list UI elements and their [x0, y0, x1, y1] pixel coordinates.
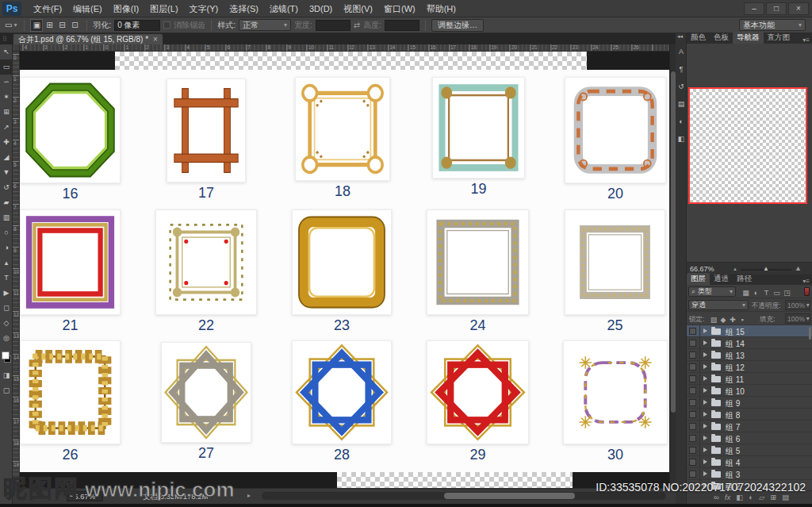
eraser-tool-icon[interactable]: ▰ — [0, 195, 13, 210]
type-tool-icon[interactable]: T — [0, 271, 13, 286]
brush-tool-icon[interactable]: ◢ — [0, 150, 13, 165]
layer-row[interactable]: 组 6 — [687, 432, 812, 444]
magic-wand-tool-icon[interactable]: ✶ — [0, 90, 13, 105]
swap-dimensions-icon[interactable]: ⇄ — [354, 21, 360, 29]
frame-card[interactable] — [565, 209, 665, 315]
menu-item-2[interactable]: 图像(I) — [108, 0, 144, 17]
minimize-button[interactable]: – — [744, 2, 764, 15]
workspace-switcher[interactable]: 基本功能 ▾ — [739, 19, 806, 31]
frame-card[interactable] — [563, 340, 668, 444]
subtract-selection-icon[interactable]: ⊟ — [56, 19, 68, 32]
frame-card[interactable] — [427, 340, 529, 444]
filter-smart-objects-icon[interactable]: ◳ — [782, 289, 792, 297]
frame-card[interactable] — [167, 79, 246, 182]
dodge-tool-icon[interactable]: ◑ — [0, 240, 13, 255]
layer-tab-0[interactable]: 图层 — [687, 273, 710, 285]
layer-row[interactable]: 组 11 — [687, 373, 812, 385]
filter-adjustment-layers-icon[interactable]: ◐ — [751, 289, 761, 297]
screen-mode-icon[interactable]: ▢ — [0, 383, 13, 398]
frame-card[interactable] — [295, 77, 390, 181]
expand-group-icon[interactable] — [703, 447, 707, 452]
visibility-toggle[interactable] — [689, 340, 696, 347]
new-selection-icon[interactable]: ▣ — [30, 19, 43, 32]
navigator-zoom-field[interactable]: 66.67% — [690, 265, 714, 273]
history-panel-icon[interactable]: ↺ — [676, 78, 687, 95]
visibility-toggle[interactable] — [689, 351, 696, 359]
expand-group-icon[interactable] — [703, 412, 707, 417]
foreground-background-swatches[interactable] — [0, 349, 13, 365]
visibility-toggle[interactable] — [689, 447, 696, 454]
move-tool-icon[interactable]: ↖ — [0, 44, 13, 60]
width-input[interactable] — [316, 20, 350, 31]
scrollbar-thumb[interactable] — [444, 493, 575, 499]
healing-brush-tool-icon[interactable]: ✚ — [0, 135, 13, 150]
visibility-toggle[interactable] — [689, 411, 696, 418]
paragraph-panel-icon[interactable]: ¶ — [676, 60, 687, 78]
layer-row[interactable]: 组 15 — [687, 325, 812, 337]
lasso-tool-icon[interactable]: ∽ — [0, 75, 13, 90]
menu-item-4[interactable]: 文字(Y) — [184, 0, 224, 17]
opacity-field[interactable]: 100% ▾ — [785, 300, 810, 310]
shape-tool-icon[interactable]: ◻ — [0, 301, 13, 316]
close-button[interactable]: × — [788, 2, 809, 15]
expand-group-icon[interactable] — [703, 471, 707, 476]
zoom-tool-icon[interactable]: ◎ — [0, 331, 13, 346]
crop-tool-icon[interactable]: ⊞ — [0, 105, 13, 120]
visibility-toggle[interactable] — [689, 459, 696, 466]
history-brush-tool-icon[interactable]: ↺ — [0, 180, 13, 195]
maximize-button[interactable]: □ — [766, 2, 787, 15]
add-selection-icon[interactable]: ⊞ — [43, 19, 56, 32]
height-input[interactable] — [385, 20, 419, 31]
expand-group-icon[interactable] — [703, 376, 707, 381]
menu-item-8[interactable]: 视图(V) — [338, 0, 378, 17]
close-tab-icon[interactable]: × — [153, 35, 158, 44]
filter-pixel-layers-icon[interactable]: ▦ — [741, 289, 751, 297]
layer-row[interactable]: 组 3 — [687, 468, 812, 480]
frame-card[interactable] — [20, 77, 121, 183]
pen-tool-icon[interactable]: ▴ — [0, 255, 13, 271]
zoom-out-icon[interactable]: ▲ — [733, 267, 737, 271]
panel-menu-icon[interactable]: ▾≡ — [802, 278, 812, 285]
expand-group-icon[interactable] — [703, 388, 707, 393]
menu-item-3[interactable]: 图层(L) — [144, 0, 183, 17]
blur-tool-icon[interactable]: ○ — [0, 225, 13, 240]
eyedropper-tool-icon[interactable]: ↗ — [0, 120, 13, 135]
path-selection-tool-icon[interactable]: ▶ — [0, 286, 13, 301]
collapse-dock-icon[interactable]: ◂◂ — [677, 33, 683, 40]
adjustments-panel-icon[interactable]: ◐ — [676, 113, 687, 130]
expand-group-icon[interactable] — [703, 328, 707, 333]
frame-card[interactable] — [292, 340, 392, 444]
style-dropdown[interactable]: 正常 ▾ — [239, 19, 291, 31]
expand-group-icon[interactable] — [703, 424, 707, 428]
layer-row[interactable]: 组 14 — [687, 337, 812, 349]
menu-item-5[interactable]: 选择(S) — [224, 0, 264, 17]
clone-stamp-tool-icon[interactable]: ▼ — [0, 165, 13, 180]
properties-panel-icon[interactable]: ▤ — [676, 95, 687, 113]
layer-row[interactable]: 组 12 — [687, 361, 812, 373]
expand-group-icon[interactable] — [703, 400, 707, 405]
layer-row[interactable]: 组 9 — [687, 397, 812, 409]
visibility-toggle[interactable] — [689, 399, 696, 406]
status-popup-icon[interactable]: ▸ — [247, 492, 251, 499]
frame-card[interactable] — [161, 342, 251, 443]
menu-item-9[interactable]: 窗口(W) — [378, 0, 421, 17]
masks-panel-icon[interactable]: ◧ — [676, 130, 687, 148]
blend-mode-dropdown[interactable]: 穿透 ▾ — [688, 300, 749, 310]
vertical-scrollbar[interactable] — [669, 44, 676, 488]
antialias-checkbox[interactable] — [163, 21, 170, 29]
frame-card[interactable] — [20, 209, 121, 315]
visibility-toggle[interactable] — [689, 363, 696, 371]
visibility-toggle[interactable] — [689, 328, 696, 335]
filter-type-layers-icon[interactable]: T — [761, 289, 772, 297]
layer-row[interactable]: 组 13 — [687, 349, 812, 361]
expand-group-icon[interactable] — [703, 364, 707, 369]
navigator-preview[interactable] — [688, 87, 807, 204]
feather-input[interactable]: 0 像素 — [114, 20, 160, 31]
zoom-slider-thumb[interactable]: ▲ — [763, 265, 769, 272]
document-tab[interactable]: 合并1.psd @ 66.7% (组 15, RGB/8) * × — [13, 33, 163, 44]
tab-3[interactable]: 直方图 — [764, 32, 795, 44]
lock-position-icon[interactable]: ✚ — [728, 316, 737, 324]
refine-edge-button[interactable]: 调整边缘… — [431, 19, 484, 32]
frame-card[interactable] — [155, 209, 257, 315]
layer-row[interactable]: 组 10 — [687, 385, 812, 397]
